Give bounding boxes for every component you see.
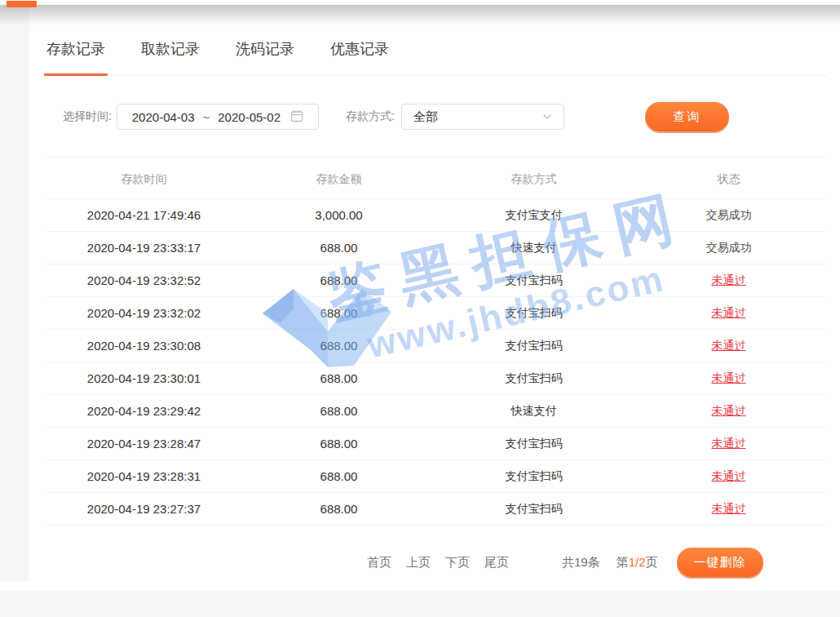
cell-amount: 688.00 bbox=[241, 339, 436, 353]
tab-promotion-records[interactable]: 优惠记录 bbox=[330, 39, 389, 59]
cell-amount: 3,000.00 bbox=[241, 208, 436, 222]
records-table: 存款时间 存款金额 存款方式 状态 2020-04-21 17:49:463,0… bbox=[46, 157, 826, 526]
cell-method: 支付宝扫码 bbox=[436, 339, 631, 353]
deposit-method-value: 全部 bbox=[413, 109, 438, 125]
header-deposit-method: 存款方式 bbox=[436, 158, 631, 198]
date-range-input[interactable]: 2020-04-03 ~ 2020-05-02 bbox=[117, 104, 319, 130]
cell-time: 2020-04-19 23:30:08 bbox=[46, 339, 241, 353]
top-left-accent-bar bbox=[7, 1, 37, 7]
cell-method: 快速支付 bbox=[436, 241, 631, 255]
cell-method: 快速支付 bbox=[436, 404, 631, 419]
table-row: 2020-04-19 23:30:01688.00支付宝扫码未通过 bbox=[46, 362, 826, 395]
cell-method: 支付宝支付 bbox=[436, 208, 631, 223]
date-start-value: 2020-04-03 bbox=[132, 110, 195, 124]
cell-status[interactable]: 未通过 bbox=[631, 306, 826, 321]
filter-row: 选择时间: 2020-04-03 ~ 2020-05-02 存款方式: bbox=[46, 102, 826, 131]
tab-deposit-records[interactable]: 存款记录 bbox=[46, 39, 105, 59]
cell-amount: 688.00 bbox=[241, 437, 436, 451]
table-row: 2020-04-19 23:30:08688.00支付宝扫码未通过 bbox=[46, 330, 826, 362]
cell-status[interactable]: 未通过 bbox=[631, 437, 826, 451]
pagination: 首页 上页 下页 尾页 共19条 第1/2页 一键删除 bbox=[46, 548, 826, 577]
cell-amount: 688.00 bbox=[241, 371, 436, 385]
cell-time: 2020-04-19 23:28:47 bbox=[46, 437, 241, 451]
table-row: 2020-04-19 23:33:17688.00快速支付交易成功 bbox=[46, 232, 826, 264]
cell-amount: 688.00 bbox=[241, 404, 436, 418]
records-card: 存款记录 取款记录 洗码记录 优惠记录 选择时间: 2020-04-03 ~ 2… bbox=[29, 7, 840, 591]
cell-status: 交易成功 bbox=[631, 208, 826, 223]
bottom-gutter bbox=[0, 591, 840, 617]
table-row: 2020-04-19 23:28:31688.00支付宝扫码未通过 bbox=[46, 460, 826, 493]
cell-time: 2020-04-19 23:28:31 bbox=[46, 469, 241, 483]
table-row: 2020-04-19 23:28:47688.00支付宝扫码未通过 bbox=[46, 428, 826, 460]
cell-method: 支付宝扫码 bbox=[436, 306, 631, 321]
table-row: 2020-04-19 23:27:37688.00支付宝扫码未通过 bbox=[46, 493, 826, 526]
pagination-indicator: 第1/2页 bbox=[617, 555, 658, 570]
cell-method: 支付宝扫码 bbox=[436, 502, 631, 517]
cell-status[interactable]: 未通过 bbox=[631, 339, 826, 353]
cell-amount: 688.00 bbox=[241, 241, 436, 255]
cell-status[interactable]: 未通过 bbox=[631, 404, 826, 419]
date-end-value: 2020-05-02 bbox=[218, 110, 281, 124]
chevron-down-icon bbox=[542, 113, 552, 120]
pagination-total: 共19条 bbox=[562, 555, 600, 570]
cell-status[interactable]: 未通过 bbox=[631, 273, 826, 288]
current-page: 1/2 bbox=[629, 555, 646, 569]
date-separator: ~ bbox=[203, 110, 210, 124]
table-row: 2020-04-19 23:32:02688.00支付宝扫码未通过 bbox=[46, 297, 826, 330]
tab-bar: 存款记录 取款记录 洗码记录 优惠记录 bbox=[46, 39, 826, 76]
tab-rebate-records[interactable]: 洗码记录 bbox=[236, 39, 294, 59]
table-row: 2020-04-21 17:49:463,000.00支付宝支付交易成功 bbox=[46, 199, 826, 232]
cell-status[interactable]: 未通过 bbox=[631, 502, 826, 517]
time-filter-label: 选择时间: bbox=[63, 109, 112, 124]
cell-status[interactable]: 未通过 bbox=[631, 469, 826, 484]
cell-method: 支付宝扫码 bbox=[436, 437, 631, 451]
pagination-last[interactable]: 尾页 bbox=[484, 555, 509, 570]
pagination-prev[interactable]: 上页 bbox=[406, 555, 431, 570]
cell-time: 2020-04-19 23:32:52 bbox=[46, 273, 241, 287]
cell-method: 支付宝扫码 bbox=[436, 469, 631, 484]
cell-amount: 688.00 bbox=[241, 469, 436, 483]
cell-status: 交易成功 bbox=[631, 241, 826, 255]
pagination-next[interactable]: 下页 bbox=[445, 555, 470, 570]
page: 存款记录 取款记录 洗码记录 优惠记录 选择时间: 2020-04-03 ~ 2… bbox=[0, 0, 840, 617]
cell-amount: 688.00 bbox=[241, 502, 436, 516]
header-deposit-amount: 存款金额 bbox=[241, 158, 436, 198]
cell-status[interactable]: 未通过 bbox=[631, 371, 826, 386]
table-row: 2020-04-19 23:29:42688.00快速支付未通过 bbox=[46, 395, 826, 428]
cell-method: 支付宝扫码 bbox=[436, 371, 631, 386]
cell-amount: 688.00 bbox=[241, 273, 436, 287]
cell-time: 2020-04-19 23:29:42 bbox=[46, 404, 241, 418]
cell-time: 2020-04-19 23:27:37 bbox=[46, 502, 241, 516]
header-deposit-time: 存款时间 bbox=[46, 158, 241, 198]
left-gutter bbox=[0, 7, 29, 581]
query-button[interactable]: 查询 bbox=[645, 102, 729, 131]
cell-time: 2020-04-19 23:32:02 bbox=[46, 306, 241, 320]
cell-time: 2020-04-21 17:49:46 bbox=[46, 208, 241, 222]
cell-method: 支付宝扫码 bbox=[436, 273, 631, 288]
table-header-row: 存款时间 存款金额 存款方式 状态 bbox=[46, 157, 826, 199]
header-status: 状态 bbox=[631, 158, 826, 198]
table-row: 2020-04-19 23:32:52688.00支付宝扫码未通过 bbox=[46, 264, 826, 297]
deposit-method-select[interactable]: 全部 bbox=[401, 104, 564, 130]
cell-time: 2020-04-19 23:30:01 bbox=[46, 371, 241, 385]
delete-all-button[interactable]: 一键删除 bbox=[677, 548, 763, 577]
pagination-first[interactable]: 首页 bbox=[367, 555, 391, 570]
tab-withdrawal-records[interactable]: 取款记录 bbox=[141, 39, 200, 59]
cell-amount: 688.00 bbox=[241, 306, 436, 320]
deposit-method-label: 存款方式: bbox=[346, 109, 395, 124]
cell-time: 2020-04-19 23:33:17 bbox=[46, 241, 241, 255]
calendar-icon bbox=[290, 109, 303, 125]
table-body: 2020-04-21 17:49:463,000.00支付宝支付交易成功2020… bbox=[46, 199, 826, 526]
